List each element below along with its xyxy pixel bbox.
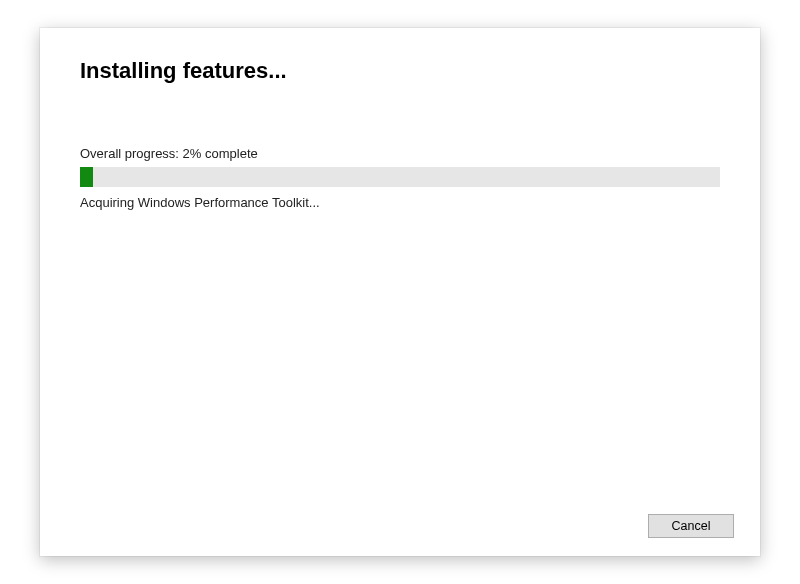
progress-bar [80, 167, 720, 187]
progress-label: Overall progress: 2% complete [80, 146, 720, 161]
progress-bar-fill [80, 167, 93, 187]
cancel-button[interactable]: Cancel [648, 514, 734, 538]
button-row: Cancel [648, 514, 734, 538]
dialog-title: Installing features... [80, 58, 720, 84]
status-text: Acquiring Windows Performance Toolkit... [80, 195, 720, 210]
installer-dialog: Installing features... Overall progress:… [40, 28, 760, 556]
